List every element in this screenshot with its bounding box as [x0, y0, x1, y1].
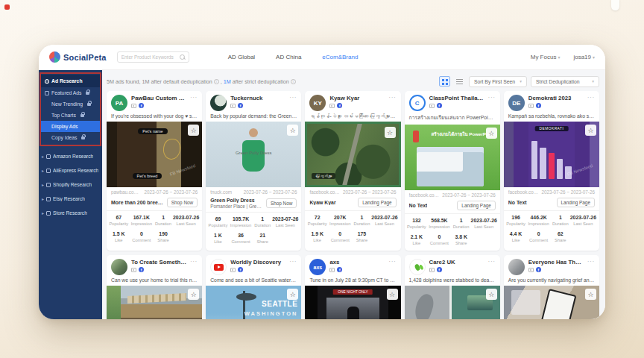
- advertiser-name[interactable]: PawBau Custom Jewelry: [131, 95, 186, 101]
- favorite-star-button[interactable]: ☆: [385, 127, 396, 138]
- ad-card[interactable]: KY Kyaw Kyar f ··· ရန်ကုန်-ပဲခူး လမ်းမကြ…: [305, 91, 400, 251]
- ad-creative-image[interactable]: ☆ ONE NIGHT ONLY: [305, 286, 400, 319]
- advertiser-name[interactable]: Kyaw Kyar: [329, 95, 385, 101]
- advertiser-avatar[interactable]: PA: [111, 95, 127, 111]
- ad-card[interactable]: Worldly Discovery f ··· Come and see a b…: [206, 255, 301, 319]
- more-button[interactable]: ···: [587, 95, 595, 100]
- product-title: No Text: [409, 203, 428, 208]
- sidebar-item-display-ads[interactable]: Display Ads: [41, 121, 100, 132]
- strict-dedup-link[interactable]: 1M: [224, 78, 231, 85]
- chevron-right-icon: ▸: [42, 196, 44, 201]
- favorite-star-button[interactable]: ☆: [585, 125, 596, 136]
- my-focus-menu[interactable]: My Focus▾: [531, 54, 561, 60]
- ad-creative-image[interactable]: ☆ Green Polly Dress: [206, 122, 301, 187]
- advertiser-avatar[interactable]: [409, 259, 426, 275]
- sidebar-item-featured-ads[interactable]: Featured Ads: [41, 87, 100, 98]
- sidebar-item-aliexpress-research[interactable]: ▸ AliExpress Research: [39, 163, 102, 178]
- sort-dropdown[interactable]: Sort By First Seen▾: [469, 76, 527, 87]
- favorite-star-button[interactable]: ☆: [486, 128, 497, 139]
- ad-creative-image[interactable]: ☆ DEMOKRATI FB Newsfeed: [504, 122, 599, 187]
- search-input[interactable]: [121, 54, 180, 60]
- advertiser-name[interactable]: To Create Something Exceptio...: [131, 259, 186, 266]
- advertiser-avatar[interactable]: KY: [309, 95, 326, 111]
- sidebar-item-etsy-research[interactable]: ▸ Etsy Research: [39, 192, 102, 206]
- list-view-button[interactable]: [454, 76, 465, 87]
- ad-creative-image[interactable]: ☆ สร้างเกมได้ภายใน PowerPoint!: [405, 125, 500, 190]
- cta-button[interactable]: Landing Page: [557, 198, 595, 207]
- grid-view-button[interactable]: [439, 76, 450, 87]
- advertiser-avatar[interactable]: [210, 259, 227, 275]
- advertiser-name[interactable]: Care2 UK: [429, 259, 484, 266]
- more-button[interactable]: ···: [389, 259, 397, 264]
- ad-creative-image[interactable]: ☆: [504, 286, 599, 319]
- search-box[interactable]: [117, 51, 189, 63]
- favorite-star-button[interactable]: ☆: [387, 289, 398, 300]
- nav-ad-china[interactable]: AD China: [276, 54, 301, 60]
- favorite-star-button[interactable]: ☆: [188, 289, 199, 300]
- user-menu[interactable]: josa19▾: [573, 54, 595, 60]
- ad-creative-image[interactable]: ☆ မြေကွက်များ: [305, 122, 400, 187]
- cta-button[interactable]: Landing Page: [457, 201, 495, 210]
- sidebar-item-shopify-research[interactable]: ▸ Shopify Research: [39, 178, 102, 192]
- advertiser-avatar[interactable]: DE: [508, 95, 525, 111]
- favorite-star-button[interactable]: ☆: [585, 289, 596, 300]
- advertiser-avatar[interactable]: [508, 259, 525, 275]
- more-button[interactable]: ···: [389, 95, 397, 100]
- facebook-icon: f: [437, 103, 442, 108]
- cta-button[interactable]: Shop Now: [266, 198, 297, 208]
- dedup-dropdown[interactable]: Strict Deduplication▾: [531, 76, 599, 87]
- advertiser-name[interactable]: axs: [329, 259, 385, 266]
- favorite-star-button[interactable]: ☆: [287, 125, 298, 136]
- advertiser-name[interactable]: Everyone Has The Freedom To...: [528, 259, 584, 266]
- more-button[interactable]: ···: [190, 259, 198, 264]
- advertiser-avatar[interactable]: [111, 259, 127, 275]
- ad-card[interactable]: C ClassPoint Thailand f ··· การสร้างเกมเ…: [405, 91, 500, 251]
- advertiser-name[interactable]: ClassPoint Thailand: [429, 95, 484, 101]
- favorite-star-button[interactable]: ☆: [287, 289, 298, 300]
- ad-domain[interactable]: tnuck.com: [210, 189, 232, 195]
- ad-card[interactable]: PA PawBau Custom Jewelry f ··· If you're…: [107, 91, 202, 251]
- sidebar-item-top-charts[interactable]: Top Charts: [41, 110, 100, 121]
- ad-domain[interactable]: facebook.com/10...: [508, 189, 539, 195]
- more-button[interactable]: ···: [587, 259, 595, 264]
- ad-card[interactable]: Tuckernuck f ··· Back by popular demand:…: [206, 91, 301, 251]
- advertiser-name[interactable]: Worldly Discovery: [230, 259, 285, 266]
- advertiser-name[interactable]: Tuckernuck: [230, 95, 285, 101]
- more-button[interactable]: ···: [488, 95, 496, 100]
- ad-domain[interactable]: pawbau.com...: [111, 189, 142, 195]
- sidebar-item-copy-ideas[interactable]: Copy Ideas: [41, 132, 100, 143]
- info-icon[interactable]: i: [214, 79, 219, 84]
- ad-card[interactable]: To Create Something Exceptio... f ··· Ca…: [107, 255, 202, 319]
- favorite-star-button[interactable]: ☆: [188, 125, 199, 136]
- cta-button[interactable]: Landing Page: [358, 198, 396, 207]
- cta-button[interactable]: Shop Now: [167, 198, 198, 207]
- ad-creative-image[interactable]: ☆ SEATTLE WASHINGTON: [206, 286, 301, 319]
- favorite-star-button[interactable]: ☆: [486, 289, 497, 300]
- ad-card[interactable]: Care2 UK f ··· 1,428 dolphins were stabb…: [405, 255, 500, 319]
- more-button[interactable]: ···: [488, 259, 496, 264]
- sidebar-item-store-research[interactable]: ▸ Store Research: [39, 206, 102, 220]
- ad-card[interactable]: Everyone Has The Freedom To... f ··· Are…: [504, 255, 599, 319]
- ad-domain[interactable]: facebook.com/10...: [309, 189, 340, 195]
- logo[interactable]: SocialPeta: [49, 51, 107, 63]
- sidebar-item-new-trending[interactable]: New Trending: [41, 98, 100, 110]
- ad-domain[interactable]: facebook.com/11...: [409, 192, 440, 198]
- advertiser-avatar[interactable]: [210, 95, 227, 111]
- ad-creative-image[interactable]: ☆: [405, 286, 500, 319]
- advertiser-name[interactable]: Demokrati 2023: [528, 95, 584, 101]
- ad-creative-image[interactable]: ☆: [107, 286, 202, 319]
- ad-card[interactable]: DE Demokrati 2023 f ··· Kampaň sa rozbeh…: [504, 91, 599, 251]
- advertiser-avatar[interactable]: C: [409, 95, 426, 111]
- advertiser-avatar[interactable]: axs: [309, 259, 326, 275]
- nav-ad-global[interactable]: AD Global: [228, 54, 255, 60]
- ad-creative-image[interactable]: ☆ Pet's name Pet's breed FB Newsfeed: [107, 122, 202, 187]
- ad-card[interactable]: axs axs f ··· Tune in on July 28 at 9:30…: [305, 255, 400, 319]
- nav-ecom-brand[interactable]: eCom&Brand: [322, 54, 358, 60]
- info-icon[interactable]: i: [291, 79, 296, 84]
- sidebar-item-amazon-research[interactable]: ▸ Amazon Research: [39, 149, 102, 163]
- more-button[interactable]: ···: [289, 95, 297, 100]
- stats-row-2: 1.5 KLike 0Comment 190Share: [107, 227, 202, 248]
- more-button[interactable]: ···: [190, 95, 198, 100]
- more-button[interactable]: ···: [289, 259, 297, 264]
- sidebar-item-ad-research[interactable]: Ad Research: [41, 75, 100, 87]
